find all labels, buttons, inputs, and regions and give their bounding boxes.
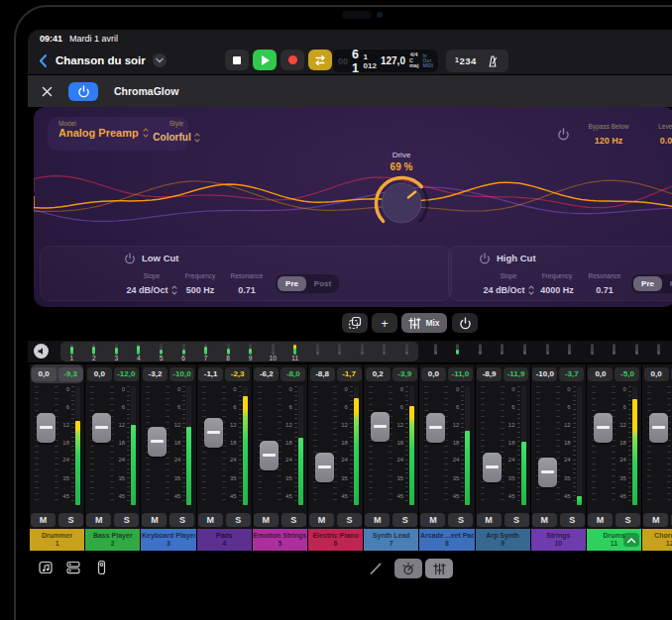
volume-value[interactable]: -8,9 (477, 367, 502, 381)
volume-value[interactable]: 0,2 (366, 367, 391, 381)
fader-handle[interactable] (426, 413, 445, 443)
fader-handle[interactable] (538, 458, 557, 487)
overview-viewport[interactable]: 1234567891011 (60, 342, 418, 362)
add-track-button[interactable]: + (372, 313, 397, 333)
solo-button[interactable]: S (504, 513, 529, 527)
solo-button[interactable]: S (114, 513, 139, 527)
volume-value[interactable]: 0,0 (87, 367, 112, 381)
fader-handle[interactable] (37, 413, 56, 443)
cycle-button[interactable] (308, 50, 332, 70)
fader-handle[interactable] (148, 427, 167, 457)
volume-value[interactable]: 0,0 (32, 367, 56, 381)
solo-button[interactable]: S (392, 513, 417, 527)
track-name-cell[interactable]: Drummer1 (30, 529, 84, 551)
solo-button[interactable]: S (58, 513, 83, 527)
meter-scale-label: 18 (503, 440, 515, 446)
mute-button[interactable]: M (142, 513, 167, 527)
edit-pencil-icon[interactable] (369, 562, 383, 575)
volume-value[interactable]: -3,2 (143, 367, 168, 381)
track-name-cell[interactable]: Arcade…eet Pad8 (419, 529, 474, 551)
low-cut-post-button[interactable]: Post (308, 276, 337, 291)
high-cut-post-button[interactable]: Post (664, 276, 672, 291)
mute-button[interactable]: M (643, 513, 668, 527)
bypass-below-control[interactable]: Bypass Below 120 Hz (577, 123, 640, 148)
volume-value[interactable]: 0,0 (588, 367, 613, 381)
controls-view-button[interactable] (394, 559, 422, 578)
close-icon[interactable] (42, 86, 53, 97)
high-cut-power-icon[interactable] (479, 253, 492, 265)
mute-button[interactable]: M (365, 513, 390, 527)
volume-value[interactable]: -6,2 (254, 367, 279, 381)
volume-value[interactable]: -1,1 (198, 367, 223, 381)
solo-button[interactable]: S (448, 513, 473, 527)
channel-overview-strip[interactable]: 1234567891011 (28, 341, 672, 362)
track-name-cell[interactable]: Keyboard Player3 (141, 529, 195, 551)
fader-handle[interactable] (315, 453, 334, 482)
solo-button[interactable]: S (560, 513, 585, 527)
song-title[interactable]: Chanson du soir (56, 54, 146, 66)
mute-button[interactable]: M (588, 513, 613, 527)
count-in-button[interactable]: 1234 (455, 55, 477, 66)
mixer-power-button[interactable] (452, 313, 478, 333)
lcd-display[interactable]: 00 6 1 1 012 127,0 4/4 C maj In Out MIDI (333, 50, 438, 72)
duplicate-button[interactable] (342, 313, 368, 333)
fader-handle[interactable] (483, 453, 502, 482)
play-button[interactable] (253, 50, 277, 70)
mute-button[interactable]: M (532, 513, 557, 527)
track-name-cell[interactable]: Electric Piano6 (308, 529, 363, 551)
track-name-cell[interactable]: Strings10 (531, 529, 586, 551)
metronome-icon[interactable] (486, 54, 500, 68)
loops-browser-icon[interactable] (38, 560, 55, 575)
high-cut-resonance[interactable]: Resonance 0.71 (573, 272, 636, 297)
drive-knob[interactable] (368, 169, 435, 237)
stop-button[interactable] (225, 50, 249, 70)
fader-handle[interactable] (594, 413, 613, 443)
low-cut-power-icon[interactable] (124, 253, 137, 265)
mute-button[interactable]: M (86, 513, 111, 527)
mute-button[interactable]: M (309, 513, 334, 527)
master-output-icon[interactable] (34, 344, 49, 359)
volume-value[interactable]: 0,0 (421, 367, 446, 381)
solo-button[interactable]: S (616, 513, 640, 527)
track-name-cell[interactable]: Emotion Strings5 (253, 529, 307, 551)
mute-button[interactable]: M (31, 513, 56, 527)
low-cut-pre-button[interactable]: Pre (278, 276, 306, 291)
fader-handle[interactable] (649, 413, 668, 443)
fader-handle[interactable] (204, 418, 223, 448)
meter-scale-label: 12 (391, 422, 403, 428)
bypass-power-icon[interactable] (557, 128, 570, 141)
back-icon[interactable] (38, 53, 49, 68)
style-select[interactable]: Style Colorful (134, 117, 219, 151)
mute-button[interactable]: M (420, 513, 445, 527)
mute-button[interactable]: M (477, 513, 502, 527)
track-name-cell[interactable]: Arp Synth9 (476, 529, 530, 551)
record-button[interactable] (280, 50, 304, 70)
track-name-cell[interactable]: Bass Player2 (85, 529, 140, 551)
fader-handle[interactable] (260, 441, 279, 470)
expand-track-button[interactable] (623, 533, 639, 547)
faders-view-button[interactable] (425, 559, 453, 578)
track-name-cell[interactable]: Synth Lead7 (364, 529, 418, 551)
volume-value[interactable]: -8,8 (310, 367, 335, 381)
channel-strip-icon[interactable] (93, 560, 110, 575)
solo-button[interactable]: S (337, 513, 362, 527)
track-name-cell[interactable]: Chorus V12 (642, 529, 672, 551)
song-menu-button[interactable] (153, 53, 167, 67)
fader-handle[interactable] (371, 412, 390, 442)
mix-view-button[interactable]: Mix (401, 313, 447, 333)
volume-value[interactable]: -10,0 (532, 367, 557, 381)
low-cut-resonance[interactable]: Resonance 0.71 (215, 272, 279, 297)
volume-value[interactable]: 0,0 (644, 367, 669, 381)
mute-button[interactable]: M (198, 513, 223, 527)
track-name-cell[interactable]: Pads4 (197, 529, 252, 551)
solo-button[interactable]: S (226, 513, 251, 527)
high-cut-pre-button[interactable]: Pre (633, 276, 662, 291)
browsers-icon[interactable] (65, 560, 82, 575)
plugin-power-button[interactable] (68, 82, 98, 101)
level-control[interactable]: Level 0.0 (640, 123, 672, 148)
solo-button[interactable]: S (281, 513, 306, 527)
solo-button[interactable]: S (169, 513, 194, 527)
track-name-cell[interactable]: Drums11 (587, 529, 641, 551)
fader-handle[interactable] (92, 413, 111, 443)
mute-button[interactable]: M (254, 513, 279, 527)
